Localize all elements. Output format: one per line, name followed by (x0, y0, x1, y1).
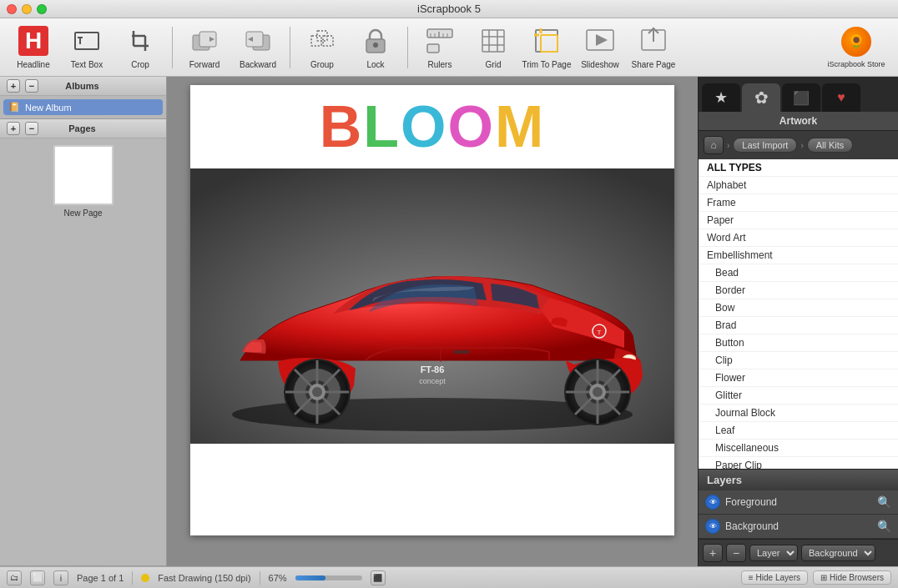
minimize-button[interactable] (22, 4, 32, 14)
pages-remove-button[interactable]: − (25, 122, 38, 135)
sharepage-icon (638, 25, 669, 57)
tab-flower[interactable]: ✿ (742, 83, 780, 112)
bloom-o2: O (448, 94, 495, 159)
foreground-visibility[interactable]: 👁 (705, 495, 720, 510)
window-controls[interactable] (7, 4, 47, 14)
status-view-icon[interactable]: ⬜ (30, 570, 45, 585)
art-flower[interactable]: Flower (699, 369, 898, 387)
textbox-label: Text Box (71, 60, 103, 69)
hide-browsers-button[interactable]: ⊞ Hide Browsers (813, 570, 891, 585)
art-bead[interactable]: Bead (699, 264, 898, 282)
svg-marker-33 (596, 34, 608, 46)
fit-page-icon[interactable]: ⬛ (371, 570, 386, 585)
page-thumbnail-1[interactable] (53, 145, 114, 205)
layer-foreground: 👁 Foreground 🔍 (699, 490, 898, 515)
art-clip[interactable]: Clip (699, 352, 898, 369)
art-all-types[interactable]: ALL TYPES (699, 159, 898, 177)
backward-icon (242, 25, 274, 57)
all-kits-button[interactable]: All Kits (807, 138, 854, 153)
svg-rect-27 (482, 30, 504, 52)
rulers-button[interactable]: Rulers (415, 23, 465, 73)
albums-remove-button[interactable]: − (25, 79, 38, 93)
lock-icon (360, 25, 391, 57)
textbox-button[interactable]: Text Box (62, 23, 112, 73)
artwork-home-button[interactable]: ⌂ (704, 136, 724, 154)
pages-add-button[interactable]: + (7, 122, 20, 135)
zoom-slider[interactable] (295, 575, 362, 580)
layer-target-select[interactable]: Background Foreground (801, 545, 875, 561)
crop-icon (124, 25, 156, 57)
layers-toolbar: + − Layer Background Foreground (699, 539, 898, 566)
art-brad[interactable]: Brad (699, 317, 898, 334)
bloom-m: M (495, 94, 545, 159)
group-button[interactable]: Group (297, 23, 347, 73)
tab-star[interactable]: ★ (702, 83, 740, 112)
title-bar: iScrapbook 5 (0, 0, 898, 18)
background-visibility[interactable]: 👁 (705, 519, 720, 534)
svg-point-15 (373, 43, 378, 48)
lock-button[interactable]: Lock (351, 23, 401, 73)
art-journal-block[interactable]: Journal Block (699, 405, 898, 422)
layer-mode-select[interactable]: Layer (749, 545, 798, 561)
art-wordart[interactable]: Word Art (699, 229, 898, 247)
last-import-button[interactable]: Last Import (733, 138, 797, 153)
toolbar: H Headline Text Box Crop (0, 18, 898, 77)
forward-button[interactable]: Forward (179, 23, 230, 73)
art-border[interactable]: Border (699, 282, 898, 299)
status-pages-icon[interactable]: 🗂 (7, 570, 22, 585)
drawing-mode[interactable]: Fast Drawing (150 dpi) (158, 573, 250, 583)
slideshow-button[interactable]: Slideshow (575, 23, 625, 73)
headline-button[interactable]: H Headline (8, 23, 58, 73)
left-panel: + − Albums 📔 New Album + − Pages (0, 77, 167, 566)
background-search[interactable]: 🔍 (877, 520, 891, 533)
grid-button[interactable]: Grid (468, 23, 518, 73)
art-leaf[interactable]: Leaf (699, 422, 898, 440)
car-svg: FT-86 concept T (190, 168, 674, 444)
tab-camera[interactable]: ⬛ (782, 83, 820, 112)
right-panel: ★ ✿ ⬛ ♥ Artwork ⌂ › Last Import › All Ki… (698, 77, 898, 566)
drawing-mode-indicator (141, 574, 149, 582)
crop-button[interactable]: Crop (115, 23, 165, 73)
backward-button[interactable]: Backward (233, 23, 283, 73)
art-alphabet[interactable]: Alphabet (699, 177, 898, 194)
art-bow[interactable]: Bow (699, 299, 898, 317)
close-button[interactable] (7, 4, 17, 14)
store-icon: 🌻 (841, 27, 871, 57)
canvas-area[interactable]: BLOOM (167, 77, 698, 566)
art-paper-clip[interactable]: Paper Clip (699, 457, 898, 469)
albums-add-button[interactable]: + (7, 79, 20, 93)
slideshow-icon (584, 25, 616, 57)
foreground-search[interactable]: 🔍 (877, 495, 891, 509)
headline-icon: H (18, 25, 49, 57)
new-album-item[interactable]: 📔 New Album (3, 99, 163, 115)
scrapbook-page: BLOOM (190, 85, 674, 535)
art-embellishment[interactable]: Embellishment (699, 247, 898, 264)
layers-add-button[interactable]: + (703, 544, 723, 562)
art-miscellaneous[interactable]: Miscellaneous (699, 440, 898, 457)
separator-3 (407, 27, 408, 68)
maximize-button[interactable] (37, 4, 47, 14)
art-paper[interactable]: Paper (699, 212, 898, 229)
status-right: ≡ Hide Layers ⊞ Hide Browsers (741, 570, 891, 585)
status-info-icon[interactable]: i (53, 570, 68, 585)
sharepage-button[interactable]: Share Page (628, 23, 679, 73)
status-bar: 🗂 ⬜ i Page 1 of 1 Fast Drawing (150 dpi)… (0, 566, 898, 588)
artwork-header: Artwork (699, 112, 898, 131)
art-frame[interactable]: Frame (699, 194, 898, 212)
art-glitter[interactable]: Glitter (699, 387, 898, 405)
svg-point-60 (312, 387, 322, 397)
layers-remove-button[interactable]: − (726, 544, 746, 562)
svg-rect-0 (75, 33, 98, 49)
svg-rect-22 (427, 44, 439, 53)
grid-icon (477, 25, 509, 57)
store-button[interactable]: 🌻 iScrapbook Store (823, 23, 890, 73)
albums-content: 📔 New Album (0, 96, 166, 118)
art-button[interactable]: Button (699, 334, 898, 352)
tab-heart[interactable]: ♥ (822, 83, 860, 112)
hide-layers-button[interactable]: ≡ Hide Layers (741, 570, 808, 585)
app-title: iScrapbook 5 (417, 3, 481, 15)
textbox-icon (71, 25, 103, 57)
pages-header: + − Pages (0, 119, 166, 138)
trimtopage-button[interactable]: Trim To Page (522, 23, 572, 73)
lock-label: Lock (366, 60, 384, 69)
